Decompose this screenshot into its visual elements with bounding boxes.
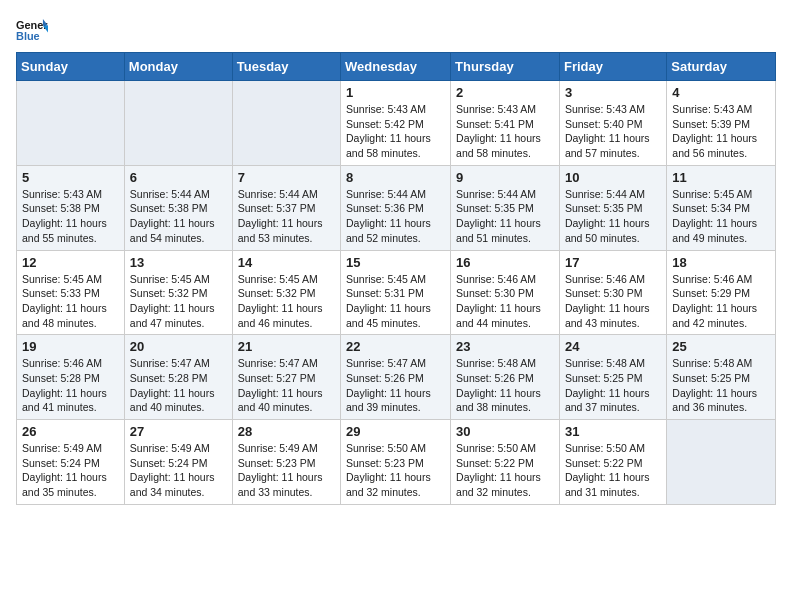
day-info: Sunrise: 5:43 AM Sunset: 5:40 PM Dayligh…	[565, 102, 661, 161]
day-number: 11	[672, 170, 770, 185]
day-number: 21	[238, 339, 335, 354]
day-info: Sunrise: 5:43 AM Sunset: 5:41 PM Dayligh…	[456, 102, 554, 161]
day-number: 17	[565, 255, 661, 270]
day-number: 30	[456, 424, 554, 439]
calendar-cell: 4Sunrise: 5:43 AM Sunset: 5:39 PM Daylig…	[667, 81, 776, 166]
week-row-2: 5Sunrise: 5:43 AM Sunset: 5:38 PM Daylig…	[17, 165, 776, 250]
day-number: 9	[456, 170, 554, 185]
calendar-cell: 26Sunrise: 5:49 AM Sunset: 5:24 PM Dayli…	[17, 420, 125, 505]
day-info: Sunrise: 5:43 AM Sunset: 5:38 PM Dayligh…	[22, 187, 119, 246]
calendar-cell	[232, 81, 340, 166]
day-info: Sunrise: 5:43 AM Sunset: 5:42 PM Dayligh…	[346, 102, 445, 161]
calendar-cell: 8Sunrise: 5:44 AM Sunset: 5:36 PM Daylig…	[341, 165, 451, 250]
day-info: Sunrise: 5:49 AM Sunset: 5:23 PM Dayligh…	[238, 441, 335, 500]
calendar-cell: 5Sunrise: 5:43 AM Sunset: 5:38 PM Daylig…	[17, 165, 125, 250]
calendar-cell: 13Sunrise: 5:45 AM Sunset: 5:32 PM Dayli…	[124, 250, 232, 335]
day-number: 25	[672, 339, 770, 354]
day-info: Sunrise: 5:45 AM Sunset: 5:33 PM Dayligh…	[22, 272, 119, 331]
day-info: Sunrise: 5:49 AM Sunset: 5:24 PM Dayligh…	[130, 441, 227, 500]
calendar-cell: 15Sunrise: 5:45 AM Sunset: 5:31 PM Dayli…	[341, 250, 451, 335]
day-info: Sunrise: 5:50 AM Sunset: 5:22 PM Dayligh…	[565, 441, 661, 500]
day-number: 14	[238, 255, 335, 270]
calendar-cell: 3Sunrise: 5:43 AM Sunset: 5:40 PM Daylig…	[559, 81, 666, 166]
day-info: Sunrise: 5:46 AM Sunset: 5:30 PM Dayligh…	[565, 272, 661, 331]
calendar-cell: 18Sunrise: 5:46 AM Sunset: 5:29 PM Dayli…	[667, 250, 776, 335]
day-info: Sunrise: 5:44 AM Sunset: 5:35 PM Dayligh…	[565, 187, 661, 246]
calendar-cell: 11Sunrise: 5:45 AM Sunset: 5:34 PM Dayli…	[667, 165, 776, 250]
day-info: Sunrise: 5:44 AM Sunset: 5:36 PM Dayligh…	[346, 187, 445, 246]
day-number: 3	[565, 85, 661, 100]
day-number: 19	[22, 339, 119, 354]
logo-icon: General Blue	[16, 16, 48, 44]
day-info: Sunrise: 5:45 AM Sunset: 5:34 PM Dayligh…	[672, 187, 770, 246]
calendar-cell: 19Sunrise: 5:46 AM Sunset: 5:28 PM Dayli…	[17, 335, 125, 420]
day-number: 13	[130, 255, 227, 270]
day-number: 10	[565, 170, 661, 185]
svg-text:Blue: Blue	[16, 30, 40, 42]
calendar-cell: 9Sunrise: 5:44 AM Sunset: 5:35 PM Daylig…	[451, 165, 560, 250]
calendar-cell: 1Sunrise: 5:43 AM Sunset: 5:42 PM Daylig…	[341, 81, 451, 166]
day-number: 20	[130, 339, 227, 354]
logo: General Blue	[16, 16, 48, 44]
day-number: 29	[346, 424, 445, 439]
week-row-3: 12Sunrise: 5:45 AM Sunset: 5:33 PM Dayli…	[17, 250, 776, 335]
day-number: 7	[238, 170, 335, 185]
day-number: 26	[22, 424, 119, 439]
weekday-header-friday: Friday	[559, 53, 666, 81]
calendar-cell: 20Sunrise: 5:47 AM Sunset: 5:28 PM Dayli…	[124, 335, 232, 420]
day-info: Sunrise: 5:47 AM Sunset: 5:28 PM Dayligh…	[130, 356, 227, 415]
calendar-table: SundayMondayTuesdayWednesdayThursdayFrid…	[16, 52, 776, 505]
calendar-cell: 30Sunrise: 5:50 AM Sunset: 5:22 PM Dayli…	[451, 420, 560, 505]
day-info: Sunrise: 5:46 AM Sunset: 5:28 PM Dayligh…	[22, 356, 119, 415]
calendar-cell: 21Sunrise: 5:47 AM Sunset: 5:27 PM Dayli…	[232, 335, 340, 420]
weekday-header-thursday: Thursday	[451, 53, 560, 81]
day-number: 15	[346, 255, 445, 270]
day-number: 28	[238, 424, 335, 439]
day-info: Sunrise: 5:50 AM Sunset: 5:22 PM Dayligh…	[456, 441, 554, 500]
day-number: 5	[22, 170, 119, 185]
day-info: Sunrise: 5:46 AM Sunset: 5:29 PM Dayligh…	[672, 272, 770, 331]
day-info: Sunrise: 5:45 AM Sunset: 5:32 PM Dayligh…	[238, 272, 335, 331]
calendar-cell: 12Sunrise: 5:45 AM Sunset: 5:33 PM Dayli…	[17, 250, 125, 335]
weekday-header-saturday: Saturday	[667, 53, 776, 81]
day-number: 23	[456, 339, 554, 354]
week-row-4: 19Sunrise: 5:46 AM Sunset: 5:28 PM Dayli…	[17, 335, 776, 420]
day-number: 6	[130, 170, 227, 185]
calendar-cell	[124, 81, 232, 166]
day-info: Sunrise: 5:48 AM Sunset: 5:25 PM Dayligh…	[565, 356, 661, 415]
day-info: Sunrise: 5:48 AM Sunset: 5:26 PM Dayligh…	[456, 356, 554, 415]
day-info: Sunrise: 5:48 AM Sunset: 5:25 PM Dayligh…	[672, 356, 770, 415]
calendar-cell: 23Sunrise: 5:48 AM Sunset: 5:26 PM Dayli…	[451, 335, 560, 420]
calendar-cell: 16Sunrise: 5:46 AM Sunset: 5:30 PM Dayli…	[451, 250, 560, 335]
day-info: Sunrise: 5:45 AM Sunset: 5:32 PM Dayligh…	[130, 272, 227, 331]
calendar-cell	[17, 81, 125, 166]
day-number: 27	[130, 424, 227, 439]
day-number: 18	[672, 255, 770, 270]
calendar-cell: 24Sunrise: 5:48 AM Sunset: 5:25 PM Dayli…	[559, 335, 666, 420]
day-number: 12	[22, 255, 119, 270]
day-info: Sunrise: 5:47 AM Sunset: 5:26 PM Dayligh…	[346, 356, 445, 415]
calendar-cell: 31Sunrise: 5:50 AM Sunset: 5:22 PM Dayli…	[559, 420, 666, 505]
week-row-1: 1Sunrise: 5:43 AM Sunset: 5:42 PM Daylig…	[17, 81, 776, 166]
calendar-cell: 29Sunrise: 5:50 AM Sunset: 5:23 PM Dayli…	[341, 420, 451, 505]
calendar-cell: 14Sunrise: 5:45 AM Sunset: 5:32 PM Dayli…	[232, 250, 340, 335]
day-number: 22	[346, 339, 445, 354]
day-number: 24	[565, 339, 661, 354]
day-number: 16	[456, 255, 554, 270]
calendar-cell	[667, 420, 776, 505]
calendar-cell: 28Sunrise: 5:49 AM Sunset: 5:23 PM Dayli…	[232, 420, 340, 505]
weekday-header-tuesday: Tuesday	[232, 53, 340, 81]
calendar-cell: 22Sunrise: 5:47 AM Sunset: 5:26 PM Dayli…	[341, 335, 451, 420]
weekday-header-row: SundayMondayTuesdayWednesdayThursdayFrid…	[17, 53, 776, 81]
day-number: 8	[346, 170, 445, 185]
day-info: Sunrise: 5:44 AM Sunset: 5:35 PM Dayligh…	[456, 187, 554, 246]
day-info: Sunrise: 5:44 AM Sunset: 5:38 PM Dayligh…	[130, 187, 227, 246]
day-number: 2	[456, 85, 554, 100]
weekday-header-monday: Monday	[124, 53, 232, 81]
day-info: Sunrise: 5:44 AM Sunset: 5:37 PM Dayligh…	[238, 187, 335, 246]
weekday-header-wednesday: Wednesday	[341, 53, 451, 81]
day-number: 31	[565, 424, 661, 439]
calendar-cell: 17Sunrise: 5:46 AM Sunset: 5:30 PM Dayli…	[559, 250, 666, 335]
day-number: 4	[672, 85, 770, 100]
day-info: Sunrise: 5:46 AM Sunset: 5:30 PM Dayligh…	[456, 272, 554, 331]
